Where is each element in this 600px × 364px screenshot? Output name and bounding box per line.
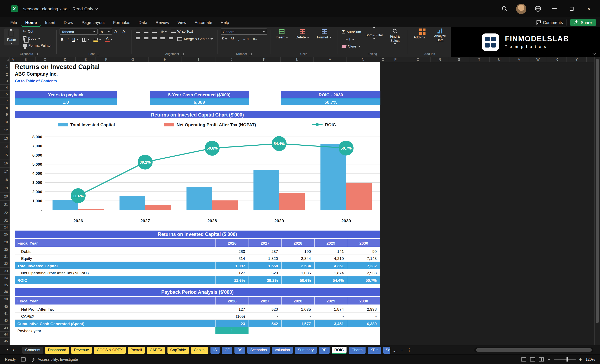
vertical-scrollbar[interactable] [594, 57, 600, 345]
cell[interactable]: 4,351 [314, 262, 347, 269]
menu-draw[interactable]: Draw [60, 18, 77, 27]
globe-icon[interactable] [535, 5, 541, 12]
cell[interactable]: 1,035 [281, 269, 314, 276]
cell[interactable]: 237 [248, 248, 281, 255]
document-title[interactable]: seasonal-cleaning.xlsx - Read-Only [23, 6, 98, 11]
comments-button[interactable]: Comments [533, 18, 567, 26]
row-header-25[interactable]: 25 [0, 231, 9, 238]
next-sheet-button[interactable]: › [10, 347, 17, 352]
row-header-43[interactable]: 43 [0, 325, 9, 332]
cell[interactable]: 50.7% [347, 276, 380, 284]
sheet-tab-dashboard[interactable]: Dashboard [45, 346, 69, 354]
font-size-combo[interactable]: 8 [99, 28, 112, 35]
cell[interactable]: 283 [216, 248, 248, 255]
menu-automate[interactable]: Automate [191, 18, 216, 27]
row-header-38[interactable]: 38 [0, 296, 9, 303]
col-header-Y[interactable]: Y [567, 57, 587, 62]
row-header-8[interactable]: 8 [0, 105, 9, 111]
sheet-tab-so[interactable]: So [383, 346, 390, 354]
menu-formulas[interactable]: Formulas [109, 18, 134, 27]
row-header-40[interactable]: 40 [0, 303, 9, 310]
borders-button[interactable] [81, 37, 91, 42]
middle-align-button[interactable] [143, 29, 150, 34]
maximize-button[interactable] [567, 4, 576, 13]
col-header-E[interactable]: E [76, 57, 96, 62]
sheet-tab-cogs-opex[interactable]: COGS & OPEX [94, 346, 125, 354]
collapse-ribbon-icon[interactable] [592, 51, 597, 55]
row-header-28[interactable]: 28 [0, 238, 9, 246]
row-header-19[interactable]: 19 [0, 184, 9, 192]
sheet-tab-capital[interactable]: Capital [191, 346, 208, 354]
dialog-launcher-icon[interactable] [97, 53, 99, 55]
col-header-Q[interactable]: Q [405, 57, 431, 62]
bold-button[interactable]: B [60, 37, 65, 42]
cell[interactable]: 520 [248, 306, 281, 312]
menu-insert[interactable]: Insert [41, 18, 59, 27]
vertical-scrollbar-thumb[interactable] [596, 59, 599, 323]
comma-style-button[interactable]: , [237, 36, 240, 41]
align-right-button[interactable] [151, 37, 158, 41]
menu-data[interactable]: Data [135, 18, 151, 27]
cell[interactable]: 2,344 [281, 255, 314, 262]
cell[interactable]: 141 [314, 248, 347, 255]
col-header-L[interactable]: L [281, 57, 314, 62]
cell[interactable]: - [347, 313, 380, 319]
sheet-tab-capex[interactable]: CAPEX [147, 346, 165, 354]
prev-sheet-button[interactable]: ‹ [4, 347, 10, 352]
underline-button[interactable]: U [71, 37, 80, 42]
col-header-W[interactable]: W [529, 57, 547, 62]
sheet-tab-valuation[interactable]: Valuation [272, 346, 293, 354]
cell[interactable]: (105) [216, 313, 248, 319]
sheet-options-button[interactable]: ⋮ [407, 348, 412, 352]
page-layout-view-icon[interactable] [530, 357, 535, 362]
more-sheets-button[interactable]: … [392, 348, 397, 352]
search-icon[interactable] [502, 6, 508, 12]
cell[interactable]: 23 [216, 320, 248, 327]
cell[interactable]: 7,143 [347, 255, 380, 262]
cell[interactable]: 90 [347, 248, 380, 255]
row-header-14[interactable]: 14 [0, 143, 9, 151]
cell[interactable]: 1,874 [314, 306, 347, 312]
menu-view[interactable]: View [174, 18, 190, 27]
cell[interactable]: 814 [216, 255, 248, 262]
sheet-tab-summary[interactable]: Summary [295, 346, 317, 354]
col-header-A[interactable]: A [10, 57, 16, 62]
col-header-X[interactable]: X [547, 57, 567, 62]
menu-help[interactable]: Help [217, 18, 233, 27]
row-header-45[interactable]: 45 [0, 337, 9, 345]
currency-button[interactable]: $ [221, 36, 228, 41]
col-header-H[interactable]: H [149, 57, 182, 62]
merge-center-button[interactable]: Merge & Center [176, 36, 215, 42]
close-button[interactable]: × [584, 4, 593, 13]
cell[interactable]: - [281, 327, 314, 334]
sheet-tab-captable[interactable]: CapTable [167, 346, 189, 354]
table-of-contents-link[interactable]: Go to Table of Contents [15, 79, 57, 83]
sheet-tab-payroll[interactable]: Payroll [128, 346, 145, 354]
format-cells-button[interactable]: Format [314, 28, 334, 40]
cell[interactable]: 2,938 [347, 306, 380, 312]
zoom-slider[interactable] [554, 359, 575, 360]
row-header-13[interactable]: 13 [0, 135, 9, 143]
clear-button[interactable]: Clear [340, 43, 363, 49]
cut-button[interactable]: ✂ Cut [21, 28, 53, 34]
col-header-B[interactable]: B [16, 57, 36, 62]
shrink-font-button[interactable]: A↓ [121, 29, 128, 34]
cell[interactable]: 520 [248, 269, 281, 276]
row-header-5[interactable]: 5 [0, 91, 9, 98]
number-format-combo[interactable]: General [221, 28, 267, 35]
col-header-T[interactable]: T [469, 57, 490, 62]
row-header-2[interactable]: 2 [0, 71, 9, 78]
row-header-34[interactable]: 34 [0, 275, 9, 282]
col-header-S[interactable]: S [449, 57, 469, 62]
row-header-4[interactable]: 4 [0, 85, 9, 91]
col-header-Z[interactable]: Z [587, 57, 594, 62]
cell[interactable]: 11.6% [216, 276, 248, 284]
row-header-1[interactable]: 1 [0, 62, 9, 71]
sheet-tab-revenue[interactable]: Revenue [71, 346, 92, 354]
col-header-V[interactable]: V [509, 57, 529, 62]
decrease-indent-button[interactable] [159, 37, 166, 41]
sheet-tab-cf[interactable]: CF [222, 346, 232, 354]
format-painter-button[interactable]: Format Painter [21, 43, 53, 48]
sheet-tab-charts[interactable]: Charts [349, 346, 365, 354]
col-header-K[interactable]: K [248, 57, 281, 62]
